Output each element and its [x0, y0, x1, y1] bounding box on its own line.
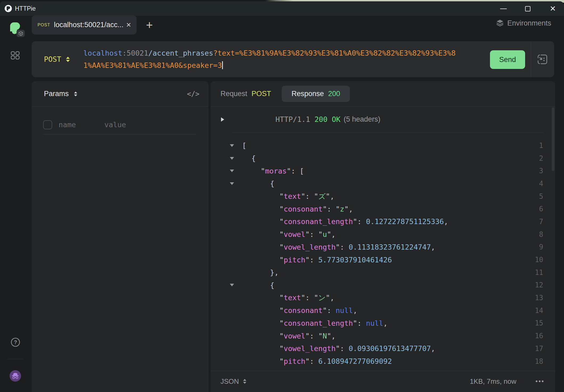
params-panel: Params </>	[32, 81, 209, 392]
request-tab-method: POST	[252, 90, 271, 98]
params-title: Params	[44, 90, 69, 98]
divider	[531, 41, 531, 77]
collections-grid-button[interactable]	[11, 51, 20, 60]
params-dropdown-icon	[74, 92, 77, 96]
collapse-triangle-icon[interactable]	[230, 144, 234, 147]
json-line: "vowel": "u",8	[211, 228, 555, 241]
send-label: Send	[499, 56, 516, 64]
request-tab-label: Request	[220, 90, 247, 98]
method-selector[interactable]: POST	[44, 41, 70, 77]
method-dropdown-icon	[66, 57, 70, 62]
line-number: 11	[535, 269, 543, 277]
scrollbar-thumb[interactable]	[552, 107, 554, 171]
json-line: "moras": [3	[211, 164, 555, 177]
environments-button[interactable]: Environments	[496, 15, 551, 31]
line-number: 5	[539, 192, 543, 200]
line-number: 6	[539, 205, 543, 213]
line-number: 9	[539, 243, 543, 251]
more-options-button[interactable]: •••	[536, 371, 545, 392]
close-button[interactable]: ✕	[547, 1, 558, 16]
json-line: },11	[211, 266, 555, 279]
url-bar: POST localhost:50021/accent_phrases?text…	[32, 41, 554, 77]
line-number: 14	[535, 307, 543, 315]
line-number: 16	[535, 332, 543, 340]
line-number: 7	[539, 218, 543, 226]
line-number: 18	[535, 357, 543, 365]
text-caret	[222, 61, 223, 69]
close-icon: ✕	[550, 5, 556, 13]
http-protocol: HTTP/1.1	[276, 115, 314, 123]
httpie-window: HTTPie ✕ POST localhost:50021/acc... ✕ +	[0, 1, 564, 392]
plus-icon: +	[146, 18, 153, 32]
line-number: 4	[539, 180, 543, 188]
code-view-toggle[interactable]: </>	[187, 81, 199, 106]
screen: HTTPie ✕ POST localhost:50021/acc... ✕ +	[0, 0, 564, 392]
line-number: 10	[535, 256, 543, 264]
json-line: {12	[211, 279, 555, 292]
collapse-triangle-icon[interactable]	[230, 170, 234, 172]
headers-note: (5 headers)	[344, 115, 380, 123]
format-selector[interactable]: JSON	[220, 371, 246, 392]
line-number: 3	[539, 167, 543, 175]
maximize-button[interactable]	[522, 1, 533, 16]
json-line: {4	[211, 177, 555, 190]
params-selector[interactable]: Params	[44, 81, 77, 106]
user-avatar[interactable]	[10, 370, 21, 382]
response-pane-toggle-icon[interactable]	[537, 54, 548, 66]
line-number: 12	[535, 281, 543, 289]
window-title: HTTPie	[15, 1, 36, 16]
json-line: "pitch": 6.10894727706909218	[211, 355, 555, 368]
line-number: 1	[539, 142, 543, 150]
json-line: "vowel_length": 0.09306197613477707,17	[211, 342, 555, 355]
line-number: 13	[535, 294, 543, 302]
json-line: "text": "ン",13	[211, 291, 555, 304]
response-meta: 1KB, 7ms, now	[470, 371, 516, 392]
json-line: "pitch": 5.77303791046142610	[211, 253, 555, 266]
json-line: "consonant": "z",6	[211, 203, 555, 215]
minimize-button[interactable]	[498, 1, 509, 16]
format-dropdown-icon	[243, 379, 246, 384]
code-icon: </>	[187, 90, 199, 98]
tab-method-label: POST	[38, 23, 50, 27]
tab-request[interactable]: Request POST	[220, 81, 271, 106]
json-line: "vowel_length": 0.11318323761224747,9	[211, 241, 555, 254]
collapse-triangle-icon[interactable]	[230, 157, 234, 160]
json-line: {2	[211, 152, 555, 165]
collapse-triangle-icon[interactable]	[230, 182, 234, 185]
param-row	[43, 115, 196, 134]
expand-triangle-icon[interactable]	[221, 117, 224, 122]
collapse-triangle-icon[interactable]	[230, 284, 234, 286]
json-line: "consonant_length": 0.1272278751125336,7	[211, 215, 555, 228]
environments-label: Environments	[507, 19, 551, 27]
json-line: "consonant_length": null,15	[211, 317, 555, 330]
json-line: [1	[211, 139, 555, 152]
tab-title: localhost:50021/acc...	[54, 21, 124, 29]
line-number: 15	[535, 319, 543, 327]
param-enabled-checkbox[interactable]	[43, 120, 52, 129]
url-line-2: 1%AA%E3%81%AE%E3%81%A0&speaker=3	[83, 59, 456, 72]
url-input[interactable]: localhost:50021/accent_phrases?text=%E3%…	[83, 47, 456, 72]
param-name-input[interactable]	[58, 120, 103, 129]
http-status-row[interactable]: HTTP/1.1 200 OK (5 headers)	[211, 106, 555, 132]
format-label: JSON	[220, 377, 239, 386]
tab-close-icon[interactable]: ✕	[126, 22, 131, 28]
ellipsis-icon: •••	[536, 378, 545, 385]
titlebar: HTTPie ✕	[0, 1, 564, 16]
response-status-badge: 200	[328, 90, 340, 98]
layers-icon	[496, 19, 504, 27]
send-button[interactable]: Send	[490, 50, 525, 69]
response-panel: Request POST Response 200 HTTP/1.1 200 O…	[211, 81, 555, 392]
json-code: [1{2"moras": [3{4"text": "ズ",5"consonant…	[211, 132, 555, 368]
divider	[7, 359, 24, 359]
divider	[32, 106, 209, 107]
help-button[interactable]: ?	[11, 337, 20, 347]
request-tab[interactable]: POST localhost:50021/acc... ✕	[32, 15, 137, 35]
tab-response[interactable]: Response 200	[282, 86, 350, 102]
httpie-logo-icon	[4, 5, 12, 14]
new-tab-button[interactable]: +	[143, 15, 156, 35]
param-value-input[interactable]	[104, 120, 178, 129]
response-tab-label: Response	[292, 90, 324, 98]
line-number: 2	[539, 154, 543, 162]
response-footer: JSON 1KB, 7ms, now •••	[211, 371, 555, 392]
json-line: "text": "ズ",5	[211, 190, 555, 203]
